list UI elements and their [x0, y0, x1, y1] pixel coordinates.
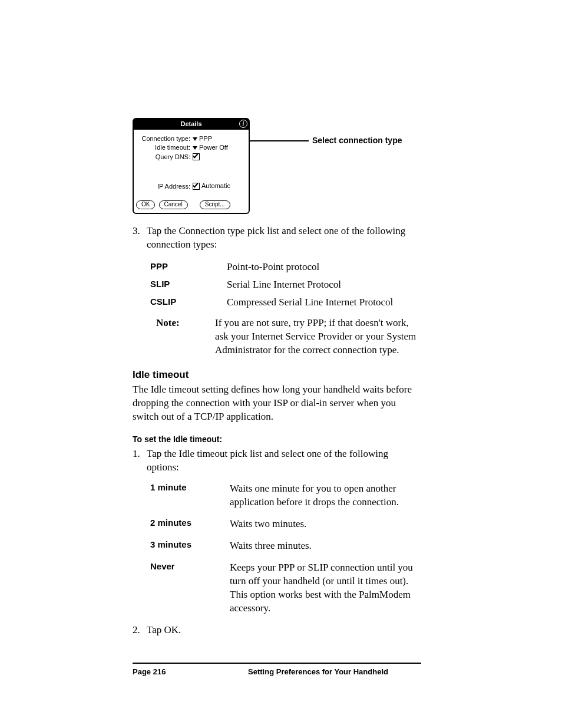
protocol-desc: Serial Line Internet Protocol: [227, 279, 421, 291]
timeout-option-row: 3 minutes Waits three minutes.: [133, 539, 421, 553]
idle-timeout-paragraph: The Idle timeout setting defines how lon…: [133, 383, 421, 424]
script-button[interactable]: Script...: [200, 200, 230, 209]
details-dialog: Details i Connection type: PPP Idle time…: [133, 118, 250, 214]
timeout-options-list: 1 minute Waits one minute for you to ope…: [133, 482, 421, 615]
callout-line: [250, 140, 309, 141]
connection-type-picklist[interactable]: PPP: [193, 136, 212, 142]
note-label: Note:: [133, 317, 215, 357]
dialog-title: Details: [180, 120, 201, 127]
step-text: Tap the Connection type pick list and se…: [147, 225, 421, 252]
ip-auto-checkbox[interactable]: [193, 183, 200, 190]
protocol-desc: Compressed Serial Line Internet Protocol: [227, 297, 421, 308]
protocol-label: CSLIP: [133, 297, 227, 308]
idle-timeout-label: Idle timeout:: [136, 144, 193, 151]
dropdown-icon: [193, 137, 197, 141]
protocol-list: PPP Point-to-Point protocol SLIP Serial …: [133, 261, 421, 308]
option-desc: Keeps your PPP or SLIP connection until …: [230, 561, 421, 615]
option-label: Never: [133, 561, 230, 571]
timeout-option-row: 2 minutes Waits two minutes.: [133, 518, 421, 531]
protocol-row: SLIP Serial Line Internet Protocol: [133, 279, 421, 291]
page-footer: Page 216 Setting Preferences for Your Ha…: [133, 663, 421, 676]
cancel-button[interactable]: Cancel: [159, 200, 188, 209]
set-idle-heading: To set the Idle timeout:: [133, 434, 421, 444]
idle-timeout-picklist[interactable]: Power Off: [193, 144, 228, 151]
ip-address-label: IP Address:: [136, 183, 193, 190]
step-2: 2. Tap OK.: [133, 624, 421, 637]
step-number: 2.: [133, 624, 147, 637]
step-3: 3. Tap the Connection type pick list and…: [133, 225, 421, 252]
chapter-title: Setting Preferences for Your Handheld: [215, 667, 421, 676]
step-number: 1.: [133, 447, 147, 475]
idle-timeout-heading: Idle timeout: [133, 369, 421, 381]
protocol-row: CSLIP Compressed Serial Line Internet Pr…: [133, 297, 421, 308]
option-desc: Waits two minutes.: [230, 518, 421, 531]
info-icon[interactable]: i: [239, 120, 247, 128]
step-text: Tap OK.: [147, 624, 421, 637]
step-1: 1. Tap the Idle timeout pick list and se…: [133, 447, 421, 475]
timeout-option-row: 1 minute Waits one minute for you to ope…: [133, 482, 421, 509]
protocol-desc: Point-to-Point protocol: [227, 261, 421, 273]
option-label: 1 minute: [133, 482, 230, 492]
protocol-label: PPP: [133, 261, 227, 273]
callout-text: Select connection type: [312, 136, 402, 145]
page-number: Page 216: [133, 667, 215, 676]
option-label: 2 minutes: [133, 518, 230, 528]
step-text: Tap the Idle timeout pick list and selec…: [147, 447, 421, 475]
option-desc: Waits one minute for you to open another…: [230, 482, 421, 509]
option-label: 3 minutes: [133, 539, 230, 549]
protocol-row: PPP Point-to-Point protocol: [133, 261, 421, 273]
query-dns-checkbox[interactable]: [193, 153, 200, 160]
note-block: Note: If you are not sure, try PPP; if t…: [133, 317, 421, 357]
ip-address-value[interactable]: Automatic: [193, 183, 230, 190]
timeout-option-row: Never Keeps your PPP or SLIP connection …: [133, 561, 421, 615]
protocol-label: SLIP: [133, 279, 227, 291]
connection-type-label: Connection type:: [136, 136, 193, 142]
step-number: 3.: [133, 225, 147, 252]
note-text: If you are not sure, try PPP; if that do…: [215, 317, 421, 357]
details-dialog-figure: Details i Connection type: PPP Idle time…: [133, 118, 421, 214]
dialog-title-bar: Details i: [134, 119, 249, 130]
ok-button[interactable]: OK: [136, 200, 155, 209]
query-dns-label: Query DNS:: [136, 154, 193, 160]
dropdown-icon: [193, 146, 197, 150]
option-desc: Waits three minutes.: [230, 539, 421, 553]
